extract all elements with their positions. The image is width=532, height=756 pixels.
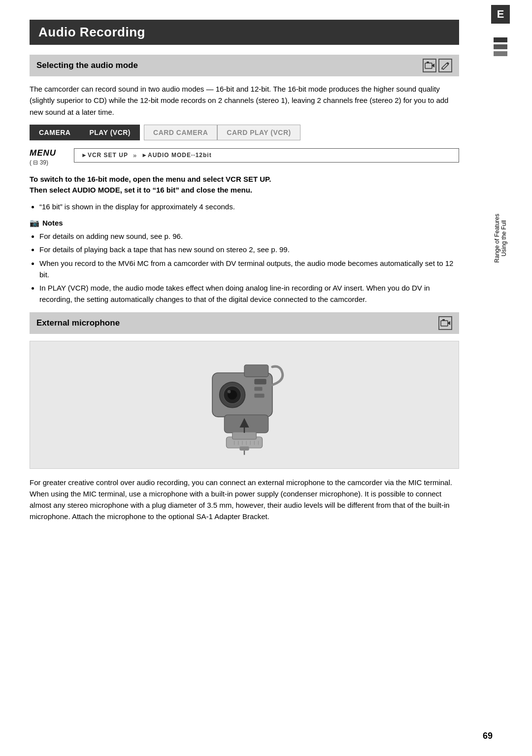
menu-flow: ►VCR SET UP » ►AUDIO MODE··12bit <box>74 148 459 163</box>
camera-icon2 <box>440 319 450 328</box>
svg-rect-5 <box>442 319 445 321</box>
svg-point-10 <box>228 390 231 393</box>
svg-rect-13 <box>254 387 262 391</box>
notes-section: 📷 Notes For details on adding new sound,… <box>30 218 459 305</box>
section2-header: External microphone <box>30 312 459 334</box>
pencil-icon-box <box>438 59 452 72</box>
camcorder-image-area <box>30 341 459 469</box>
section2-header-label: External microphone <box>36 318 120 328</box>
pencil-icon <box>441 61 450 70</box>
menu-block: MENU ( ⊟ 39) ►VCR SET UP » ►AUDIO MODE··… <box>30 148 459 166</box>
svg-rect-0 <box>425 63 432 68</box>
bullet-list: “16 bit” is shown in the display for app… <box>39 201 459 212</box>
sidebar-letter: E <box>491 5 510 24</box>
sidebar-vertical-text: Range of Features Using the Full <box>494 214 507 263</box>
tab-card-camera[interactable]: CARD CAMERA <box>144 125 217 140</box>
tab-camera[interactable]: CAMERA <box>30 125 80 140</box>
menu-ref: ( ⊟ 39) <box>30 159 48 166</box>
note-item-1: For details on adding new sound, see p. … <box>39 230 459 242</box>
note-icon: 📷 <box>30 218 39 228</box>
sidebar-text-2: Using the Full <box>500 220 507 256</box>
svg-rect-14 <box>254 394 264 397</box>
sidebar-bars <box>494 37 507 56</box>
section2-icons <box>438 316 452 330</box>
svg-rect-15 <box>224 415 268 433</box>
notes-list: For details on adding new sound, see p. … <box>39 230 459 305</box>
svg-rect-17 <box>233 432 257 439</box>
notes-label: Notes <box>42 219 63 227</box>
menu-label-col: MENU ( ⊟ 39) <box>30 148 69 166</box>
tab-play-vcr[interactable]: PLAY (VCR) <box>80 125 140 140</box>
section1-icons <box>423 59 452 72</box>
section2-body: For greater creative control over audio … <box>30 477 459 523</box>
notes-header: 📷 Notes <box>30 218 459 228</box>
note-item-2: For details of playing back a tape that … <box>39 244 459 255</box>
tab-card-play-vcr[interactable]: CARD PLAY (VCR) <box>217 125 300 140</box>
camcorder-svg <box>180 348 308 461</box>
section1-header: Selecting the audio mode <box>30 55 459 76</box>
menu-item-audio: ►AUDIO MODE··12bit <box>141 152 212 159</box>
mode-tabs: CAMERA PLAY (VCR) CARD CAMERA CARD PLAY … <box>30 125 459 140</box>
note-item-4: In PLAY (VCR) mode, the audio mode takes… <box>39 282 459 305</box>
section1-body: The camcorder can record sound in two au… <box>30 83 459 118</box>
svg-rect-3 <box>441 321 448 326</box>
svg-rect-11 <box>244 364 268 376</box>
sidebar-text-1: Range of Features <box>494 214 500 263</box>
page-title: Audio Recording <box>30 20 459 45</box>
note-item-3: When you record to the MV6i MC from a ca… <box>39 258 459 281</box>
svg-rect-19 <box>239 446 249 450</box>
menu-label: MENU <box>30 148 56 158</box>
camera-icon <box>425 61 434 70</box>
svg-rect-12 <box>254 379 266 384</box>
bold-instruction: To switch to the 16-bit mode, open the m… <box>30 174 459 196</box>
svg-rect-2 <box>427 62 429 63</box>
right-sidebar: E Range of Features Using the Full <box>483 0 518 756</box>
section1-header-label: Selecting the audio mode <box>36 61 138 70</box>
bullet-item-1: “16 bit” is shown in the display for app… <box>39 201 459 212</box>
page-number: 69 <box>483 731 493 741</box>
menu-item-vcr: ►VCR SET UP <box>81 152 128 159</box>
camera-icon-box2 <box>438 316 452 330</box>
camera-icon-box <box>423 59 436 72</box>
menu-double-arrow: » <box>133 152 136 159</box>
